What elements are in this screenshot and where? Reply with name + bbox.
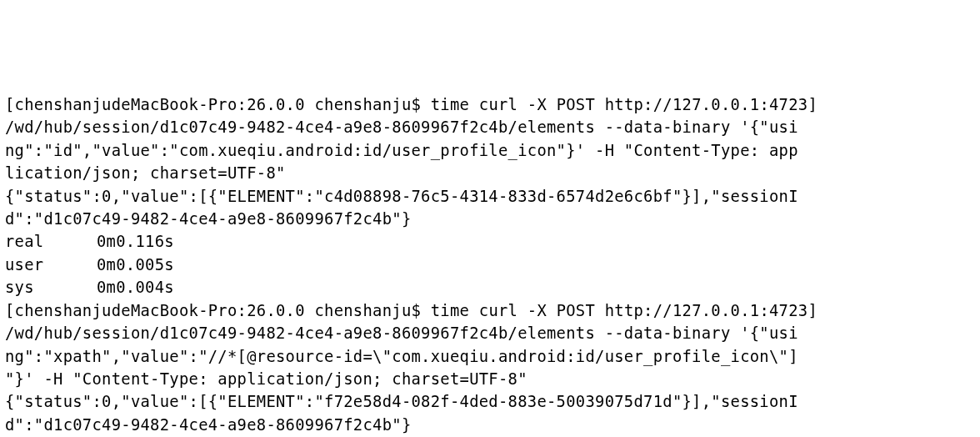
command-line-2: [chenshanjudeMacBook-Pro:26.0.0 chenshan… [5, 299, 975, 322]
command-continuation: "}' -H "Content-Type: application/json; … [5, 368, 975, 390]
timing-label-sys: sys [5, 276, 97, 299]
bracket-open: [ [5, 302, 15, 319]
response-line: d":"d1c07c49-9482-4ce4-a9e8-8609967f2c4b… [5, 208, 975, 230]
timing-label-user: user [5, 254, 97, 276]
timing-user: user0m0.005s [5, 254, 975, 276]
command-text: time curl -X POST http://127.0.0.1:4723 [421, 302, 808, 319]
command-continuation: ng":"xpath","value":"//*[@resource-id=\"… [5, 345, 975, 368]
timing-value-user: 0m0.005s [97, 254, 174, 276]
timing-value-sys: 0m0.004s [97, 276, 174, 299]
response-line: {"status":0,"value":[{"ELEMENT":"c4d0889… [5, 185, 975, 208]
prompt-text: chenshanjudeMacBook-Pro:26.0.0 chenshanj… [15, 302, 422, 319]
response-line: {"status":0,"value":[{"ELEMENT":"f72e58d… [5, 390, 975, 413]
prompt-text: chenshanjudeMacBook-Pro:26.0.0 chenshanj… [15, 96, 422, 113]
bracket-close: ] [808, 302, 818, 319]
command-text: time curl -X POST http://127.0.0.1:4723 [421, 96, 808, 113]
terminal-output[interactable]: [chenshanjudeMacBook-Pro:26.0.0 chenshan… [5, 93, 975, 437]
command-continuation: lication/json; charset=UTF-8" [5, 162, 975, 184]
command-continuation: /wd/hub/session/d1c07c49-9482-4ce4-a9e8-… [5, 116, 975, 138]
timing-label-real: real [5, 230, 97, 253]
command-continuation: /wd/hub/session/d1c07c49-9482-4ce4-a9e8-… [5, 322, 975, 344]
command-line-1: [chenshanjudeMacBook-Pro:26.0.0 chenshan… [5, 93, 975, 116]
timing-sys: sys0m0.004s [5, 276, 975, 299]
bracket-close: ] [808, 96, 818, 113]
bracket-open: [ [5, 96, 15, 113]
command-continuation: ng":"id","value":"com.xueqiu.android:id/… [5, 139, 975, 162]
timing-value-real: 0m0.116s [97, 230, 174, 253]
timing-real: real0m0.116s [5, 230, 975, 253]
response-line: d":"d1c07c49-9482-4ce4-a9e8-8609967f2c4b… [5, 414, 975, 436]
